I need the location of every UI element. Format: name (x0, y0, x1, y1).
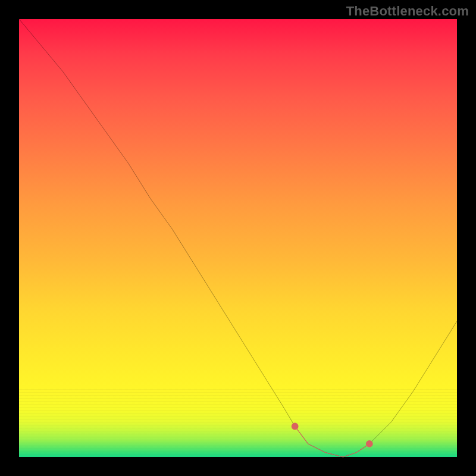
marker-path (295, 426, 369, 457)
marker-end-dot (366, 440, 373, 447)
chart-frame: TheBottleneck.com (0, 0, 476, 476)
watermark-text: TheBottleneck.com (346, 4, 469, 19)
marker-start-dot (292, 423, 299, 430)
optimal-range-marker (19, 19, 457, 457)
